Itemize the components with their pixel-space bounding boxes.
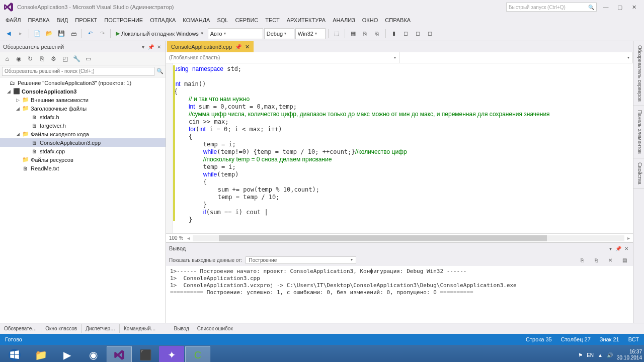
task-chrome[interactable]: ◉	[80, 346, 106, 362]
task-camtasia[interactable]: C	[185, 346, 210, 362]
output-btn[interactable]: ⎗	[591, 254, 602, 265]
panel-dropdown-icon[interactable]: ▾	[139, 43, 146, 50]
output-text[interactable]: 1>------ Построение начато: проект: Cons…	[166, 266, 633, 323]
menu-project[interactable]: ПРОЕКТ	[71, 16, 101, 25]
tree-file[interactable]: 🗎ReadMe.txt	[0, 164, 166, 172]
scrollbar-thumb[interactable]	[219, 235, 547, 241]
maximize-button[interactable]: ▢	[613, 2, 627, 12]
btab-team[interactable]: Командный…	[120, 324, 159, 333]
toolbar-btn[interactable]: ▦	[348, 28, 359, 39]
undo-button[interactable]: ↶	[85, 28, 96, 39]
tree-sources[interactable]: ◢📁Файлы исходного кода	[0, 130, 166, 138]
toolbar-btn[interactable]: ▮	[388, 28, 399, 39]
quick-launch-input[interactable]: Быстрый запуск (Ctrl+Q) 🔍	[506, 3, 597, 12]
scope-combo[interactable]: (Глобальная область)▾	[166, 52, 399, 63]
tree-ext-deps[interactable]: ▷📁Внешние зависимости	[0, 96, 166, 104]
tree-file[interactable]: 🗎stdafx.h	[0, 113, 166, 121]
output-source-combo[interactable]: Построение▾	[246, 256, 356, 264]
task-visual-studio[interactable]	[107, 346, 132, 362]
task-media[interactable]: ▶	[54, 346, 79, 362]
config-combo[interactable]: Debug ▾	[264, 28, 294, 39]
horizontal-scrollbar[interactable]	[193, 235, 624, 241]
nav-back-button[interactable]: ◀	[3, 28, 14, 39]
toolbar-btn[interactable]: ◻	[400, 28, 412, 39]
toolbar-btn[interactable]: ◻	[413, 28, 424, 39]
scroll-right-icon[interactable]: ▸	[627, 235, 630, 241]
panel-close-icon[interactable]: ✕	[155, 43, 163, 50]
toolbar-icon[interactable]: ▭	[83, 54, 93, 64]
properties-icon[interactable]: 🔧	[71, 54, 82, 64]
open-button[interactable]: 📂	[44, 28, 55, 39]
menu-build[interactable]: ПОСТРОЕНИЕ	[101, 16, 146, 25]
task-app[interactable]: ✦	[159, 346, 184, 362]
output-btn[interactable]: ⎘	[577, 254, 588, 265]
toolbar-icon[interactable]: ◉	[14, 54, 24, 64]
home-icon[interactable]: ⌂	[2, 54, 12, 64]
btab-dispatcher[interactable]: Диспетчер…	[82, 324, 120, 333]
solution-search-input[interactable]	[2, 67, 154, 76]
start-debug-button[interactable]: ▶ Локальный отладчик Windows ▼	[113, 28, 207, 39]
pin-icon[interactable]: 📌	[235, 44, 242, 50]
save-all-button[interactable]: 🗃	[68, 28, 79, 39]
tab-toolbox[interactable]: Панель элементов	[633, 106, 644, 158]
btab-output[interactable]: Вывод	[170, 324, 193, 333]
panel-close-icon[interactable]: ✕	[623, 245, 630, 252]
tree-file[interactable]: 🗎targetver.h	[0, 121, 166, 130]
tree-headers[interactable]: ◢📁Заголовочные файлы	[0, 104, 166, 113]
toolbar-btn[interactable]: ◻	[425, 28, 436, 39]
menu-architecture[interactable]: АРХИТЕКТУРА	[283, 16, 330, 25]
menu-debug[interactable]: ОТЛАДКА	[146, 16, 179, 25]
tree-project[interactable]: ◢⬛ConsoleApplication3	[0, 87, 166, 96]
toolbar-btn[interactable]: ⬚	[331, 28, 342, 39]
task-app[interactable]: ⬛	[133, 346, 158, 362]
tree-file[interactable]: 🗎stdafx.cpp	[0, 147, 166, 155]
zoom-value[interactable]: 100 %	[169, 235, 183, 241]
tree-file-active[interactable]: 🗎ConsoleApplication3.cpp	[0, 138, 166, 147]
tree-resources[interactable]: 📁Файлы ресурсов	[0, 155, 166, 164]
new-button[interactable]: 📄	[32, 28, 43, 39]
code-editor[interactable]: using namespace std; int main() { // и т…	[166, 63, 633, 233]
file-tab-active[interactable]: ConsoleApplication3.cpp 📌 ✕	[167, 41, 254, 52]
member-combo[interactable]: ▾	[399, 52, 633, 63]
platform-cfg-combo[interactable]: Авто ▾	[208, 28, 263, 39]
menu-window[interactable]: ОКНО	[359, 16, 381, 25]
menu-team[interactable]: КОМАНДА	[179, 16, 213, 25]
tray-language[interactable]: EN	[587, 352, 594, 358]
menu-view[interactable]: ВИД	[53, 16, 72, 25]
output-wrap-button[interactable]: ▤	[619, 254, 630, 265]
output-clear-button[interactable]: ✕	[605, 254, 616, 265]
menu-analyze[interactable]: АНАЛИЗ	[329, 16, 359, 25]
toolbar-icon[interactable]: ↻	[25, 54, 35, 64]
tray-flag-icon[interactable]: ⚑	[578, 352, 583, 358]
task-explorer[interactable]: 📁	[28, 346, 53, 362]
btab-class-view[interactable]: Окно классов	[41, 324, 82, 333]
start-button[interactable]	[2, 346, 27, 362]
menu-sql[interactable]: SQL	[213, 16, 231, 25]
menu-help[interactable]: СПРАВКА	[381, 16, 414, 25]
toolbar-icon[interactable]: ⚙	[48, 54, 58, 64]
menu-test[interactable]: ТЕСТ	[262, 16, 283, 25]
menu-edit[interactable]: ПРАВКА	[25, 16, 53, 25]
tree-solution[interactable]: 🗂Решение "ConsoleApplication3" (проектов…	[0, 78, 166, 87]
tab-server-explorer[interactable]: Обозреватель серверов	[633, 41, 644, 106]
save-button[interactable]: 💾	[56, 28, 67, 39]
tray-sound-icon[interactable]: 🔊	[607, 352, 613, 358]
redo-button[interactable]: ↷	[97, 28, 108, 39]
menu-service[interactable]: СЕРВИС	[231, 16, 262, 25]
close-button[interactable]: ✕	[627, 2, 641, 12]
tray-network-icon[interactable]: ▲	[598, 352, 603, 358]
tab-close-icon[interactable]: ✕	[245, 44, 250, 50]
nav-fwd-button[interactable]: ▸	[15, 28, 26, 39]
panel-pin-icon[interactable]: 📌	[147, 43, 154, 50]
minimize-button[interactable]: —	[599, 2, 613, 12]
toolbar-icon[interactable]: ◰	[60, 54, 70, 64]
menu-file[interactable]: ФАЙЛ	[2, 16, 25, 25]
toolbar-btn[interactable]: ⎘	[360, 28, 371, 39]
scroll-left-icon[interactable]: ◂	[187, 235, 190, 241]
tab-properties[interactable]: Свойства	[633, 158, 644, 189]
platform-combo[interactable]: Win32 ▾	[295, 28, 326, 39]
btab-error-list[interactable]: Список ошибок	[193, 324, 237, 333]
panel-dropdown-icon[interactable]: ▾	[607, 245, 614, 252]
btab-solution-explorer[interactable]: Обозревате…	[0, 324, 41, 333]
toolbar-btn[interactable]: ⎗	[372, 28, 383, 39]
